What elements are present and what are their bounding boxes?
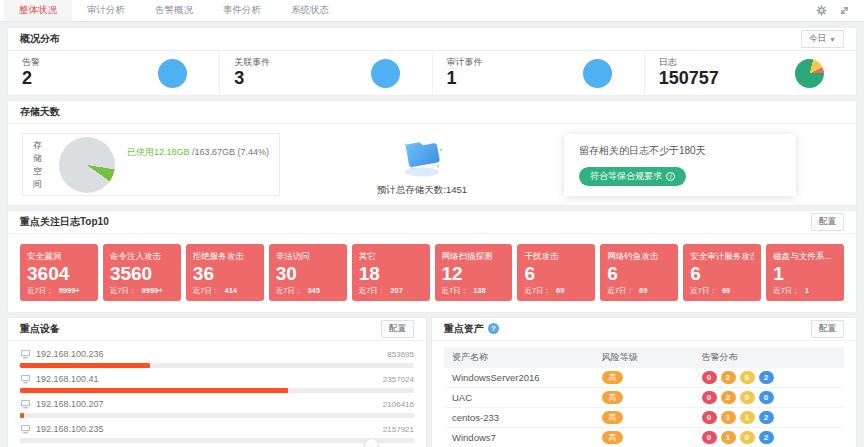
asset-row: UAC 高 0 2 0 0	[444, 388, 844, 408]
top-navbar: 整体状况 审计分析 告警概况 事件分析 系统状态	[0, 0, 864, 22]
card-value: 6	[524, 263, 588, 286]
date-filter-value: 今日	[809, 33, 826, 45]
col-risk-level: 风险等级	[602, 351, 702, 364]
asset-row: WindowsServer2016 高 0 2 0 2	[444, 368, 844, 388]
recent-value: 9999+	[59, 286, 80, 295]
stat-value: 2	[22, 68, 40, 89]
compliance-button[interactable]: 符合等保合规要求 i	[579, 167, 686, 186]
col-alert-distribution: 告警分布	[702, 351, 836, 364]
alert-badge-medium: 0	[740, 391, 755, 404]
alert-badge-low: 0	[759, 391, 774, 404]
card-title: 安全审计服务攻击	[690, 251, 754, 263]
card-title: 非法访问	[276, 251, 340, 263]
fullscreen-icon[interactable]	[839, 5, 850, 16]
card-title: 网络钓鱼攻击	[607, 251, 671, 263]
recent-label: 近7日：	[110, 286, 137, 295]
tab-alert-overview[interactable]: 告警概况	[140, 0, 208, 21]
device-row: 192.168.100.207 2106416	[20, 398, 414, 418]
risk-badge: 高	[602, 411, 623, 424]
asset-name: centos-233	[452, 412, 602, 423]
device-row: 192.168.100.235 2157921	[20, 423, 414, 443]
device-icon	[20, 424, 31, 434]
asset-name: WindowsServer2016	[452, 372, 602, 383]
tab-system-status[interactable]: 系统状态	[276, 0, 344, 21]
asset-table: 资产名称 风险等级 告警分布 WindowsServer2016 高 0 2 0…	[444, 347, 844, 447]
device-ip: 192.168.100.236	[36, 349, 104, 359]
alert-badge-high: 1	[721, 431, 736, 444]
tab-audit-analysis[interactable]: 审计分析	[72, 0, 140, 21]
alert-badge-low: 2	[759, 411, 774, 424]
stat-label: 日志	[659, 57, 719, 67]
stat-audit-events: 审计事件 1	[433, 51, 645, 95]
stat-alerts: 告警 2	[8, 51, 220, 95]
top10-title: 重点关注日志Top10	[20, 215, 109, 229]
storage-space-label: 存储空间	[33, 139, 49, 191]
alert-circle-icon	[158, 59, 187, 88]
device-count: 2357024	[383, 375, 414, 384]
device-bar-fill	[20, 363, 150, 368]
top10-config-button[interactable]: 配置	[811, 213, 844, 231]
asset-row: Windows7 高 0 1 0 2	[444, 428, 844, 447]
tab-event-analysis[interactable]: 事件分析	[208, 0, 276, 21]
recent-value: 9999+	[142, 286, 163, 295]
tab-overall-status[interactable]: 整体状况	[4, 0, 72, 21]
devices-panel: 重点设备 配置 192.168.100.236 853695 192.168.1…	[8, 318, 426, 447]
alert-badge-low: 2	[759, 431, 774, 444]
card-value: 3604	[27, 263, 91, 286]
card-title: 拒绝服务攻击	[193, 251, 257, 263]
card-value: 30	[276, 263, 340, 286]
recent-label: 近7日：	[276, 286, 303, 295]
device-bar-track	[20, 413, 414, 418]
recent-label: 近7日：	[690, 286, 717, 295]
gear-icon[interactable]	[816, 5, 827, 16]
date-filter-dropdown[interactable]: 今日 ▼	[801, 30, 844, 48]
card-value: 36	[193, 263, 257, 286]
risk-badge: 高	[602, 371, 623, 384]
stat-correlated-events: 关联事件 3	[220, 51, 432, 95]
card-title: 磁盘与文件系...	[773, 251, 837, 263]
card-title: 安全漏洞	[27, 251, 91, 263]
info-icon: i	[666, 172, 675, 181]
device-icon	[20, 374, 31, 384]
stat-value: 1	[447, 68, 483, 89]
overview-title: 概况分布	[20, 32, 60, 46]
storage-days-block: 预计总存储天数:1451	[280, 132, 564, 197]
top10-panel: 重点关注日志Top10 配置 安全漏洞 3604 近7日：9999+ 命令注入攻…	[8, 211, 856, 312]
policy-text: 留存相关的日志不少于180天	[579, 144, 781, 158]
alert-badge-critical: 0	[702, 411, 717, 424]
device-row: 192.168.100.236 853695	[20, 348, 414, 368]
asset-name: UAC	[452, 392, 602, 403]
policy-card: 留存相关的日志不少于180天 符合等保合规要求 i	[564, 134, 796, 196]
log-pie-icon	[795, 59, 824, 88]
help-icon[interactable]: ?	[488, 323, 499, 334]
devices-config-button[interactable]: 配置	[381, 320, 414, 338]
recent-value: 1	[805, 286, 809, 295]
card-title: 网络扫描探测	[442, 251, 506, 263]
log-type-card: 非法访问 30 近7日：345	[269, 244, 347, 301]
risk-badge: 高	[602, 391, 623, 404]
alert-badge-medium: 0	[740, 431, 755, 444]
recent-label: 近7日：	[524, 286, 551, 295]
device-bar-track	[20, 438, 414, 443]
device-ip: 192.168.100.41	[36, 374, 99, 384]
recent-label: 近7日：	[359, 286, 386, 295]
device-bar-fill	[20, 413, 24, 418]
storage-panel: 存储天数 存储空间 已使用12.18GB /163.67GB (7.44%)	[8, 101, 856, 205]
recent-label: 近7日：	[442, 286, 469, 295]
devices-title: 重点设备	[20, 322, 60, 336]
col-asset-name: 资产名称	[452, 351, 602, 364]
assets-config-button[interactable]: 配置	[811, 320, 844, 338]
alert-badge-high: 2	[721, 371, 736, 384]
storage-days-label: 预计总存储天数:1451	[280, 184, 564, 197]
card-value: 12	[442, 263, 506, 286]
risk-badge: 高	[602, 431, 623, 444]
log-type-card: 网络钓鱼攻击 6 近7日：69	[600, 244, 678, 301]
log-type-card: 干扰攻击 6 近7日：69	[517, 244, 595, 301]
log-type-card: 拒绝服务攻击 36 近7日：414	[186, 244, 264, 301]
storage-usage-pie	[59, 137, 115, 193]
assets-title: 重点资产	[444, 322, 484, 336]
alert-badge-critical: 0	[702, 431, 717, 444]
device-bar-track	[20, 388, 414, 393]
alert-badge-medium: 0	[740, 371, 755, 384]
log-type-card: 安全漏洞 3604 近7日：9999+	[20, 244, 98, 301]
